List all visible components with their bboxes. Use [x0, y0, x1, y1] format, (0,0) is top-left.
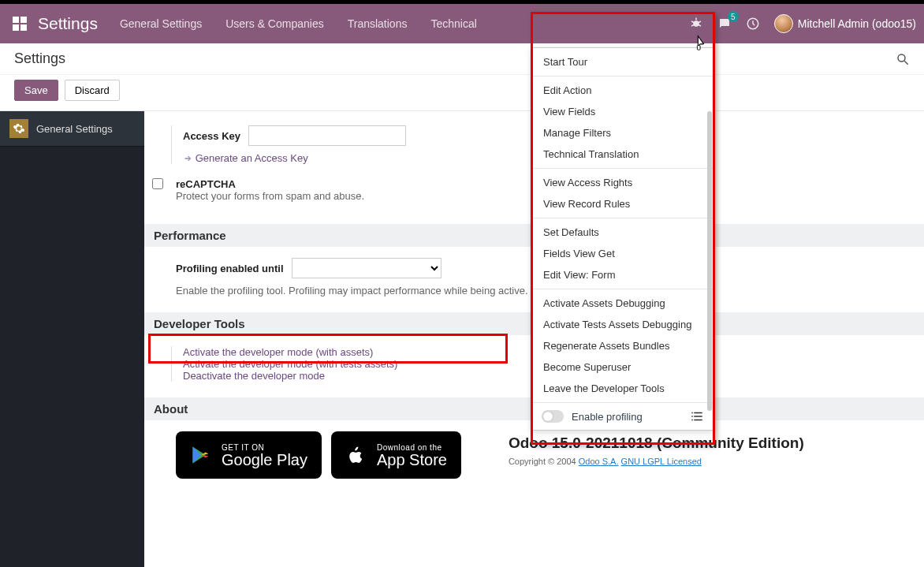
- dev-link-3[interactable]: Deactivate the developer mode: [183, 370, 325, 382]
- sidebar-item-general-settings[interactable]: General Settings: [0, 111, 144, 147]
- svg-line-3: [699, 21, 701, 23]
- menu-translations[interactable]: Translations: [348, 17, 408, 30]
- user-menu[interactable]: Mitchell Admin (odoo15): [774, 14, 916, 33]
- recaptcha-checkbox[interactable]: [152, 178, 163, 189]
- dd-edit-view-form[interactable]: Edit View: Form: [532, 264, 713, 285]
- messages-icon[interactable]: 5: [717, 17, 732, 31]
- dd-view-fields[interactable]: View Fields: [532, 101, 713, 122]
- dd-activate-assets-debugging[interactable]: Activate Assets Debugging: [532, 293, 713, 314]
- odoo-version: Odoo 15.0-20211018 (Community Edition): [509, 435, 804, 452]
- svg-rect-15: [697, 46, 700, 50]
- dd-view-access-rights[interactable]: View Access Rights: [532, 172, 713, 193]
- link-lgpl[interactable]: GNU LGPL Licensed: [621, 457, 702, 466]
- recaptcha-title: reCAPTCHA: [176, 178, 364, 190]
- dev-link-1[interactable]: Activate the developer mode (with assets…: [183, 346, 373, 358]
- svg-line-8: [904, 61, 908, 65]
- dropdown-scrollbar[interactable]: [707, 111, 712, 411]
- developer-menu-dropdown: Start Tour Edit Action View Fields Manag…: [531, 47, 714, 431]
- gear-icon: [9, 119, 28, 138]
- breadcrumb-bar: Settings: [0, 43, 924, 75]
- app-store-badge[interactable]: Download on the App Store: [331, 431, 461, 479]
- svg-point-7: [898, 54, 905, 62]
- discard-button[interactable]: Discard: [65, 80, 120, 101]
- dd-edit-action[interactable]: Edit Action: [532, 80, 713, 101]
- settings-sidebar: General Settings: [0, 111, 144, 567]
- navbar-right: 5 Mitchell Admin (odoo15): [689, 14, 916, 33]
- cursor-icon: [692, 34, 710, 51]
- list-icon[interactable]: [690, 409, 704, 423]
- dd-regenerate-assets-bundles[interactable]: Regenerate Assets Bundles: [532, 335, 713, 356]
- copyright: Copyright © 2004 Odoo S.A. GNU LGPL Lice…: [509, 457, 804, 466]
- main-menu: General Settings Users & Companies Trans…: [120, 17, 477, 30]
- search-icon[interactable]: [896, 52, 910, 66]
- dev-link-2[interactable]: Activate the developer mode (with tests …: [183, 358, 397, 370]
- menu-general-settings[interactable]: General Settings: [120, 17, 202, 30]
- sidebar-item-label: General Settings: [36, 123, 113, 135]
- dd-fields-view-get[interactable]: Fields View Get: [532, 243, 713, 264]
- menu-users-companies[interactable]: Users & Companies: [225, 17, 324, 30]
- dd-become-superuser[interactable]: Become Superuser: [532, 356, 713, 378]
- actions-bar: Save Discard: [0, 75, 924, 111]
- apple-icon: [345, 444, 367, 466]
- svg-rect-9: [691, 412, 693, 414]
- enable-profiling-toggle[interactable]: [542, 410, 564, 423]
- svg-line-2: [691, 21, 694, 23]
- access-key-input[interactable]: [248, 125, 406, 146]
- svg-line-5: [699, 25, 701, 27]
- enable-profiling-label: Enable profiling: [572, 411, 643, 423]
- dd-view-record-rules[interactable]: View Record Rules: [532, 193, 713, 214]
- svg-rect-10: [694, 412, 702, 414]
- svg-point-0: [693, 21, 699, 27]
- profiling-label: Profiling enabled until: [176, 263, 284, 274]
- user-label: Mitchell Admin (odoo15): [798, 17, 916, 30]
- dd-set-defaults[interactable]: Set Defaults: [532, 222, 713, 243]
- avatar-icon: [774, 14, 793, 33]
- profiling-select[interactable]: [292, 258, 442, 278]
- recaptcha-help: Protect your forms from spam and abuse.: [176, 190, 364, 202]
- google-play-badge[interactable]: GET IT ON Google Play: [176, 431, 322, 479]
- svg-rect-12: [694, 416, 702, 417]
- dd-start-tour[interactable]: Start Tour: [532, 51, 713, 73]
- play-store-icon: [190, 444, 212, 466]
- svg-line-4: [691, 25, 694, 27]
- apps-menu-button[interactable]: [8, 12, 32, 35]
- dd-activate-tests-assets-debugging[interactable]: Activate Tests Assets Debugging: [532, 314, 713, 335]
- dd-manage-filters[interactable]: Manage Filters: [532, 122, 713, 144]
- menu-technical[interactable]: Technical: [430, 17, 476, 30]
- activities-icon[interactable]: [746, 17, 760, 31]
- link-odoo-sa[interactable]: Odoo S.A.: [579, 457, 619, 466]
- app-title: Settings: [38, 14, 98, 33]
- svg-rect-11: [691, 416, 693, 417]
- breadcrumb: Settings: [14, 50, 65, 67]
- dd-leave-developer-tools[interactable]: Leave the Developer Tools: [532, 378, 713, 399]
- access-key-label: Access Key: [183, 130, 240, 142]
- dd-technical-translation[interactable]: Technical Translation: [532, 144, 713, 165]
- apps-grid-icon: [13, 17, 27, 31]
- top-navbar: Settings General Settings Users & Compan…: [0, 4, 924, 43]
- bug-icon[interactable]: [689, 17, 703, 31]
- save-button[interactable]: Save: [14, 80, 58, 101]
- generate-access-key-link[interactable]: Generate an Access Key: [183, 152, 308, 164]
- svg-rect-13: [691, 420, 693, 421]
- svg-rect-14: [694, 420, 702, 421]
- messages-badge: 5: [728, 11, 739, 22]
- body: General Settings Access Key Generate an …: [0, 111, 924, 567]
